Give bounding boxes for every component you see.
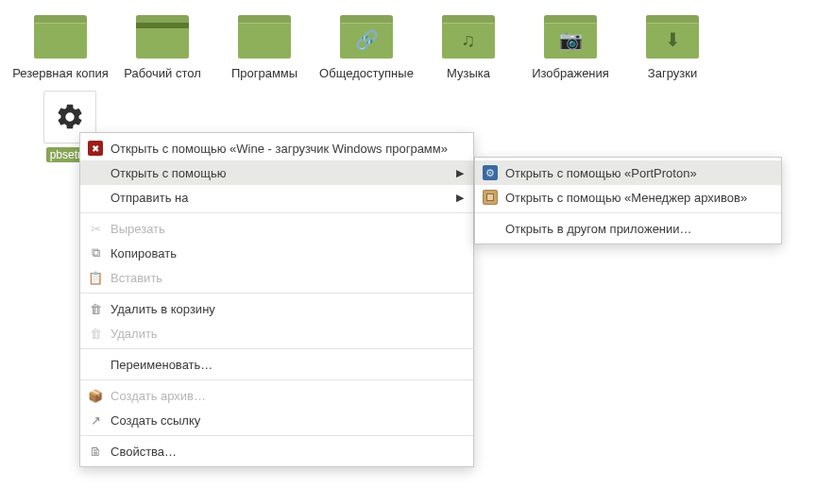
menu-item-label: Открыть с помощью «Менеджер архивов» [505, 191, 772, 205]
desktop-folder-label: Музыка [447, 66, 490, 80]
menu-item: 📦Создать архив… [80, 383, 473, 408]
menu-item-label: Копировать [110, 246, 464, 260]
desktop-folder-label: Программы [231, 66, 298, 80]
archive-manager-icon [483, 190, 498, 205]
menu-separator [80, 293, 473, 294]
menu-item: ✂Вырезать [80, 216, 473, 241]
folder-icon [34, 15, 87, 60]
menu-item-label: Удалить в корзину [110, 302, 464, 316]
menu-item[interactable]: ⧉Копировать [80, 241, 473, 265]
menu-separator [80, 348, 473, 349]
cut-icon: ✂ [91, 222, 101, 236]
copy-icon: ⧉ [92, 245, 100, 260]
menu-item[interactable]: Открыть с помощью «PortProton» [475, 160, 781, 185]
menu-item[interactable]: Открыть с помощью «Wine - загрузчик Wind… [80, 136, 473, 160]
submenu-arrow-icon: ▶ [454, 167, 464, 179]
menu-item: 🗑Удалить [80, 321, 473, 345]
portproton-icon [483, 165, 498, 180]
menu-item[interactable]: Открыть с помощью «Менеджер архивов» [475, 185, 781, 210]
menu-separator [80, 379, 473, 380]
menu-separator [80, 212, 473, 213]
menu-item[interactable]: Отправить на▶ [80, 185, 473, 210]
menu-item[interactable]: 🗎Свойства… [80, 439, 473, 463]
menu-item-label: Создать архив… [110, 389, 464, 403]
wine-icon [88, 141, 103, 156]
archive-icon: 📦 [88, 389, 103, 403]
menu-item-label: Открыть в другом приложении… [505, 222, 772, 236]
desktop-folder[interactable]: 🔗Общедоступные [315, 9, 417, 80]
menu-item-label: Вырезать [110, 222, 464, 236]
menu-item-label: Отправить на [110, 191, 447, 205]
desktop-folder-label: Рабочий стол [124, 66, 201, 80]
menu-item-label: Создать ссылку [110, 413, 464, 428]
folder-icon: ⬇ [646, 15, 699, 60]
menu-item[interactable]: Переименовать… [80, 352, 473, 377]
menu-item-label: Вставить [110, 271, 464, 285]
desktop-folder-label: Резервная копия [12, 66, 109, 80]
desktop-folder-label: Изображения [532, 66, 609, 80]
menu-item-label: Открыть с помощью «Wine - загрузчик Wind… [110, 142, 464, 156]
folder-icon: ♫ [442, 15, 495, 60]
gear-icon [55, 102, 85, 132]
menu-separator [80, 435, 473, 436]
folder-icon: 🔗 [340, 15, 393, 60]
link-icon: ↗ [91, 413, 101, 428]
context-submenu: Открыть с помощью «PortProton»Открыть с … [474, 157, 782, 244]
menu-item[interactable]: 🗑Удалить в корзину [80, 296, 473, 321]
context-menu: Открыть с помощью «Wine - загрузчик Wind… [79, 132, 474, 467]
delete-icon: 🗑 [90, 327, 102, 341]
desktop-folder[interactable]: Резервная копия [9, 9, 111, 80]
menu-item[interactable]: ↗Создать ссылку [80, 408, 473, 432]
menu-item[interactable]: Открыть с помощью▶ [80, 160, 473, 185]
paste-icon: 📋 [88, 271, 103, 285]
menu-item-label: Открыть с помощью «PortProton» [505, 166, 772, 180]
desktop-folder[interactable]: Рабочий стол [111, 9, 213, 80]
menu-item-label: Свойства… [110, 445, 464, 459]
desktop-folder[interactable]: ♫Музыка [417, 9, 519, 80]
menu-separator [475, 212, 781, 213]
desktop-folder[interactable]: ⬇Загрузки [621, 9, 723, 80]
menu-item-label: Переименовать… [110, 358, 464, 372]
trash-icon: 🗑 [90, 302, 102, 316]
desktop-folder[interactable]: Программы [213, 9, 315, 80]
folder-icon [238, 15, 291, 60]
props-icon: 🗎 [90, 445, 102, 459]
desktop-folder-label: Загрузки [648, 66, 697, 80]
menu-item[interactable]: Открыть в другом приложении… [475, 216, 781, 241]
folder-icon: 📷 [544, 15, 597, 60]
menu-item-label: Открыть с помощью [110, 166, 447, 180]
desktop-folder-label: Общедоступные [319, 66, 414, 80]
desktop-folder[interactable]: 📷Изображения [519, 9, 621, 80]
folder-icon [136, 15, 189, 60]
menu-item: 📋Вставить [80, 265, 473, 290]
desktop-icons-row: Резервная копияРабочий столПрограммы🔗Общ… [0, 0, 816, 80]
submenu-arrow-icon: ▶ [454, 192, 464, 204]
menu-item-label: Удалить [110, 327, 464, 341]
